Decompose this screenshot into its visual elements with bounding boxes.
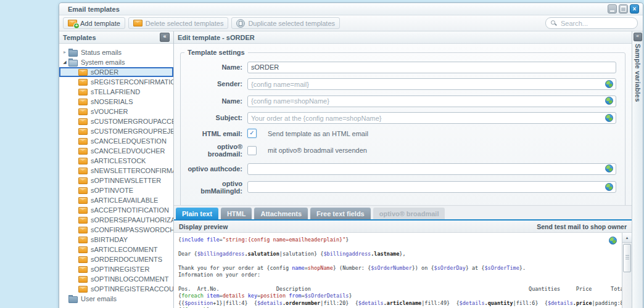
- plain-text-editor[interactable]: {include file="string:{config name=email…: [174, 233, 632, 308]
- collapse-left-panel-button[interactable]: «: [160, 33, 170, 42]
- scroll-up-button[interactable]: ▲: [622, 233, 632, 243]
- tree-item-svoucher[interactable]: sVOUCHER: [59, 107, 173, 116]
- tree-item-soptinblogcomment[interactable]: sOPTINBLOGCOMMENT: [59, 274, 173, 284]
- tree-item-label: sOPTINREGISTER: [91, 265, 149, 273]
- tree-item-label: sCANCELEDVOUCHER: [91, 147, 165, 155]
- tree-item-scanceledquestion[interactable]: sCANCELEDQUESTION: [59, 136, 173, 146]
- mail-icon: [78, 148, 88, 155]
- mail-icon: [78, 197, 88, 204]
- send-test-mail-button[interactable]: Send test mail to shop owner: [537, 223, 627, 230]
- translate-globe-icon[interactable]: [605, 164, 613, 172]
- tree-item-status-emails[interactable]: Status emails: [59, 47, 173, 57]
- maximize-button[interactable]: [619, 4, 628, 14]
- sample-variables-panel[interactable]: « Sample variables: [632, 31, 643, 308]
- subject-field[interactable]: [247, 112, 616, 124]
- translate-globe-icon[interactable]: [609, 237, 617, 245]
- tree-item-soptinregister[interactable]: sOPTINREGISTER: [59, 264, 173, 274]
- html-email-checkbox[interactable]: ✓: [247, 129, 257, 138]
- tree-item-label: sCUSTOMERGROUPACCEPTED: [91, 118, 173, 125]
- tree-item-scustomergrouprejected[interactable]: sCUSTOMERGROUPREJECTED: [59, 126, 173, 136]
- template-settings-fieldset: Template settings Name: Sender:: [180, 49, 625, 206]
- translate-globe-icon[interactable]: [605, 183, 613, 191]
- tab-optivo-broadmail: optivo® broadmail: [373, 208, 445, 219]
- tree-item-label: sORDERSEPAAUTHORIZATION: [91, 216, 173, 224]
- scrollbar-thumb[interactable]: [623, 244, 631, 272]
- close-button[interactable]: ×: [630, 4, 639, 14]
- tree-item-snoserials[interactable]: sNOSERIALS: [59, 97, 173, 107]
- duplicate-templates-button[interactable]: Duplicate selected templates: [231, 17, 340, 29]
- window-titlebar[interactable]: Email templates ×: [59, 3, 643, 15]
- mail-icon: [78, 158, 88, 164]
- expand-right-panel-button[interactable]: «: [634, 33, 642, 41]
- tree-item-scanceledvoucher[interactable]: sCANCELEDVOUCHER: [59, 146, 173, 156]
- editor-tabbar: Plain textHTMLAttachmentsFree text field…: [174, 206, 632, 221]
- name-field[interactable]: [247, 62, 616, 73]
- mail-icon: [78, 69, 88, 76]
- folder-open-icon: [68, 60, 78, 67]
- tree-panel-title: Templates: [63, 34, 160, 41]
- tree-item-label: sORDERDOCUMENTS: [91, 256, 162, 263]
- expander-collapsed-icon[interactable]: [61, 47, 68, 57]
- preview-toolbar: Display preview Send test mail to shop o…: [174, 221, 632, 233]
- tree-item-snewsletterconfirmation[interactable]: sNEWSLETTERCONFIRMATION: [59, 166, 173, 176]
- tree-item-sordersepaauthorization[interactable]: sORDERSEPAAUTHORIZATION: [59, 215, 173, 225]
- search-icon: [551, 20, 557, 26]
- tree-item-sorder[interactable]: sORDER: [59, 67, 173, 77]
- search-box: [545, 17, 638, 29]
- tree-item-user-emails[interactable]: User emails: [59, 294, 173, 304]
- subject-field-label: Subject:: [181, 114, 242, 121]
- tree-item-soptinregisteraccountless[interactable]: sOPTINREGISTERACCOUNTLESS: [59, 284, 173, 294]
- optivo-broadmail-checkbox[interactable]: [247, 146, 257, 155]
- tab-free-text-fields[interactable]: Free text fields: [310, 208, 371, 219]
- tree-item-label: sORDER: [91, 68, 118, 76]
- mail-icon: [78, 227, 88, 233]
- optivo-bmmailingid-field[interactable]: [247, 181, 616, 193]
- mail-delete-icon: [133, 20, 142, 26]
- sender-field[interactable]: [247, 78, 616, 90]
- tree-item-soptinnewsletter[interactable]: sOPTINNEWSLETTER: [59, 176, 173, 185]
- tab-attachments[interactable]: Attachments: [254, 208, 308, 219]
- expander-expanded-icon[interactable]: [61, 57, 68, 67]
- mail-icon: [78, 99, 88, 105]
- editor-scrollbar[interactable]: ▲: [622, 233, 632, 308]
- search-input[interactable]: [559, 19, 632, 28]
- delete-templates-button[interactable]: Delete selected templates: [128, 17, 229, 29]
- tree-item-sorderdocuments[interactable]: sORDERDOCUMENTS: [59, 254, 173, 264]
- tree-item-label: sOPTINBLOGCOMMENT: [91, 275, 169, 283]
- tab-plain-text[interactable]: Plain text: [176, 208, 218, 219]
- folder-icon: [68, 50, 78, 57]
- translate-globe-icon[interactable]: [605, 97, 613, 105]
- tree-item-scustomergroupaccepted[interactable]: sCUSTOMERGROUPACCEPTED: [59, 116, 173, 126]
- tab-html[interactable]: HTML: [221, 208, 252, 219]
- edit-template-panel: Edit template - sORDER Template settings…: [174, 31, 632, 308]
- translate-globe-icon[interactable]: [605, 80, 613, 88]
- tree-item-sarticlecomment[interactable]: sARTICLECOMMENT: [59, 245, 173, 254]
- add-template-button[interactable]: Add template: [63, 17, 125, 29]
- template-source-code[interactable]: {include file="string:{config name=email…: [178, 237, 632, 308]
- tree-item-label: sOPTINREGISTERACCOUNTLESS: [91, 285, 173, 293]
- optivo-authcode-field[interactable]: [247, 163, 616, 175]
- tree-item-stellafriend[interactable]: sTELLAFRIEND: [59, 87, 173, 97]
- email-templates-window: Email templates × Add template Delete se…: [59, 2, 643, 308]
- tree-item-sconfirmpasswordchange[interactable]: sCONFIRMPASSWORDCHANGE: [59, 225, 173, 235]
- shop-name-field[interactable]: [247, 95, 616, 107]
- tree-item-label: sCANCELEDQUESTION: [91, 137, 167, 145]
- tree-item-sarticleavailable[interactable]: sARTICLEAVAILABLE: [59, 195, 173, 205]
- tree-item-sarticlestock[interactable]: sARTICLESTOCK: [59, 156, 173, 166]
- tree-item-label: Status emails: [81, 49, 122, 56]
- tree-item-soptinvote[interactable]: sOPTINVOTE: [59, 185, 173, 195]
- duplicate-icon: [236, 19, 245, 28]
- tree-item-sbirthday[interactable]: sBIRTHDAY: [59, 235, 173, 245]
- tree-item-label: sNOSERIALS: [91, 98, 133, 105]
- tree-item-sregisterconfirmation[interactable]: sREGISTERCONFIRMATION: [59, 77, 173, 87]
- minimize-button[interactable]: [608, 4, 617, 14]
- tree-item-label: sVOUCHER: [91, 108, 128, 115]
- mail-icon: [78, 108, 88, 115]
- tree-item-system-emails[interactable]: System emails: [59, 57, 173, 67]
- tree-item-sacceptnotification[interactable]: sACCEPTNOTIFICATION: [59, 205, 173, 215]
- html-email-label: HTML email:: [181, 130, 242, 137]
- tree-panel-header: Templates «: [59, 31, 173, 44]
- translate-globe-icon[interactable]: [605, 114, 613, 122]
- mail-icon: [78, 256, 88, 263]
- mail-icon: [78, 276, 88, 283]
